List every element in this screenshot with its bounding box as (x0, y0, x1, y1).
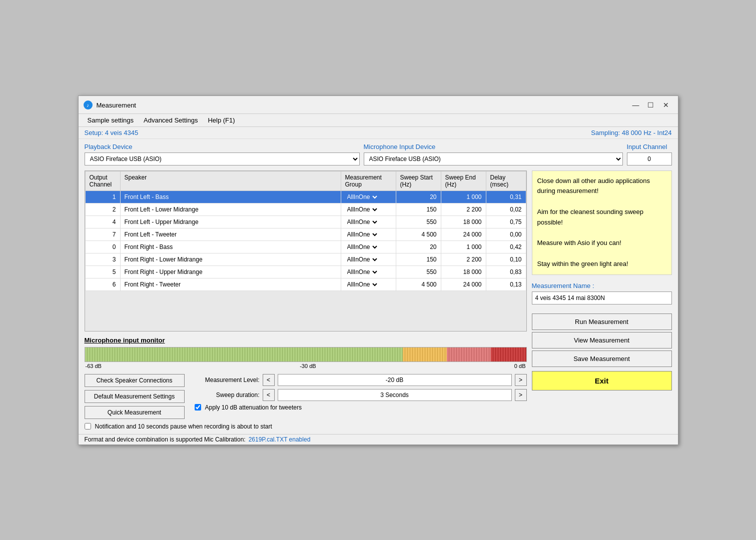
cell-group: AllInOne (341, 240, 396, 253)
cell-sweep-end: 2 200 (441, 203, 486, 216)
status-bar: Format and device combination is support… (79, 434, 678, 444)
group-select[interactable]: AllInOne (345, 280, 379, 288)
cell-delay: 0,10 (486, 253, 526, 266)
cell-group: AllInOne (341, 253, 396, 266)
measurement-level-decrease[interactable]: < (263, 374, 275, 386)
cell-channel: 2 (85, 203, 120, 216)
cell-sweep-start: 20 (396, 190, 441, 203)
cell-channel: 1 (85, 190, 120, 203)
measurement-level-label: Measurement Level: (195, 376, 260, 384)
cell-sweep-end: 2 200 (441, 253, 486, 266)
group-select[interactable]: AllInOne (345, 268, 379, 276)
table-row[interactable]: 0 Front Right - Bass AllInOne 20 1 000 0… (85, 240, 526, 253)
controls-left: Check Speaker Connections Default Measur… (85, 374, 185, 419)
run-measurement-button[interactable]: Run Measurement (532, 314, 672, 330)
save-measurement-button[interactable]: Save Measurement (532, 350, 672, 367)
playback-device-select[interactable]: ASIO Fireface USB (ASIO) (85, 152, 360, 166)
col-sweep-start: Sweep Start(Hz) (396, 171, 441, 190)
group-select[interactable]: AllInOne (345, 218, 379, 226)
apply-attenuation-checkbox[interactable] (195, 404, 201, 410)
check-speaker-button[interactable]: Check Speaker Connections (85, 374, 185, 387)
col-output-channel: OutputChannel (85, 171, 120, 190)
menu-advanced-settings[interactable]: Advanced Settings (139, 115, 203, 126)
setup-text: Setup: 4 veis 4345 (85, 129, 139, 136)
cell-delay: 0,02 (486, 203, 526, 216)
mic-device-select[interactable]: ASIO Fireface USB (ASIO) (364, 152, 623, 166)
cell-delay: 0,13 (486, 278, 526, 290)
group-select[interactable]: AllInOne (345, 193, 379, 201)
meter-label-left: -63 dB (86, 363, 102, 369)
group-select[interactable]: AllInOne (345, 206, 379, 214)
measurement-name-input[interactable] (532, 292, 672, 304)
cell-sweep-start: 150 (396, 253, 441, 266)
meter-labels: -63 dB -30 dB 0 dB (85, 363, 527, 369)
app-icon: ♪ (84, 100, 93, 110)
setup-bar: Setup: 4 veis 4345 Sampling: 48 000 Hz -… (79, 127, 678, 139)
view-measurement-button[interactable]: View Measurement (532, 332, 672, 348)
exit-button[interactable]: Exit (532, 371, 672, 390)
cell-group: AllInOne (341, 216, 396, 228)
table-row[interactable]: 7 Front Left - Tweeter AllInOne 4 500 24… (85, 228, 526, 240)
menu-help[interactable]: Help (F1) (203, 115, 240, 126)
table-row[interactable]: 4 Front Left - Upper Midrange AllInOne 5… (85, 216, 526, 228)
cell-speaker: Front Left - Lower Midrange (120, 203, 341, 216)
table-empty-area (85, 291, 526, 331)
right-panel: Close down all other audio applications … (532, 170, 672, 430)
group-select[interactable]: AllInOne (345, 243, 379, 251)
table-row[interactable]: 2 Front Left - Lower Midrange AllInOne 1… (85, 203, 526, 216)
sweep-duration-decrease[interactable]: < (263, 389, 275, 401)
title-bar-left: ♪ Measurement (84, 100, 136, 110)
mic-device-group: Microphone Input Device ASIO Fireface US… (364, 143, 623, 166)
meter-dark-red-zone (491, 348, 526, 362)
notification-row: Notification and 10 seconds pause when r… (85, 423, 527, 430)
speaker-table: OutputChannel Speaker MeasurementGroup S… (85, 171, 526, 291)
maximize-button[interactable]: ☐ (645, 100, 657, 110)
channel-group: Input Channel (627, 143, 672, 166)
table-row[interactable]: 1 Front Left - Bass AllInOne 20 1 000 0,… (85, 190, 526, 203)
group-select[interactable]: AllInOne (345, 230, 379, 238)
table-row[interactable]: 5 Front Right - Upper Midrange AllInOne … (85, 266, 526, 278)
measurement-level-increase[interactable]: > (515, 374, 527, 386)
cell-speaker: Front Right - Bass (120, 240, 341, 253)
window-title: Measurement (97, 102, 136, 109)
close-button[interactable]: ✕ (660, 100, 672, 110)
cell-delay: 0,83 (486, 266, 526, 278)
table-row[interactable]: 3 Front Right - Lower Midrange AllInOne … (85, 253, 526, 266)
cell-speaker: Front Left - Bass (120, 190, 341, 203)
info-box: Close down all other audio applications … (532, 170, 672, 275)
cell-group: AllInOne (341, 278, 396, 290)
menu-sample-settings[interactable]: Sample settings (83, 115, 139, 126)
cell-sweep-end: 18 000 (441, 216, 486, 228)
col-speaker: Speaker (120, 171, 341, 190)
col-delay: Delay(msec) (486, 171, 526, 190)
cell-sweep-start: 20 (396, 240, 441, 253)
cell-group: AllInOne (341, 228, 396, 240)
table-row[interactable]: 6 Front Right - Tweeter AllInOne 4 500 2… (85, 278, 526, 290)
cell-sweep-end: 1 000 (441, 240, 486, 253)
meter-yellow-zone (403, 348, 447, 362)
group-select[interactable]: AllInOne (345, 256, 379, 264)
measurement-level-value[interactable] (278, 374, 512, 386)
main-window: ♪ Measurement — ☐ ✕ Sample settings Adva… (78, 96, 678, 445)
minimize-button[interactable]: — (630, 100, 642, 110)
cell-sweep-start: 4 500 (396, 278, 441, 290)
cell-sweep-start: 150 (396, 203, 441, 216)
col-sweep-end: Sweep End(Hz) (441, 171, 486, 190)
meter-green-zone (85, 348, 403, 362)
cell-group: AllInOne (341, 203, 396, 216)
cell-channel: 7 (85, 228, 120, 240)
cell-channel: 6 (85, 278, 120, 290)
notification-checkbox[interactable] (85, 423, 91, 430)
calibration-text: 2619P.cal.TXT enabled (249, 436, 311, 443)
cell-sweep-start: 4 500 (396, 228, 441, 240)
cell-channel: 0 (85, 240, 120, 253)
sweep-duration-increase[interactable]: > (515, 389, 527, 401)
action-buttons: Run Measurement View Measurement Save Me… (532, 314, 672, 390)
channel-input[interactable] (627, 152, 672, 166)
sweep-duration-value[interactable] (278, 389, 512, 401)
cell-channel: 4 (85, 216, 120, 228)
default-settings-button[interactable]: Default Measurement Settings (85, 390, 185, 403)
quick-measurement-button[interactable]: Quick Measurement (85, 406, 185, 419)
cell-group: AllInOne (341, 190, 396, 203)
playback-device-label: Playback Device (85, 143, 360, 150)
